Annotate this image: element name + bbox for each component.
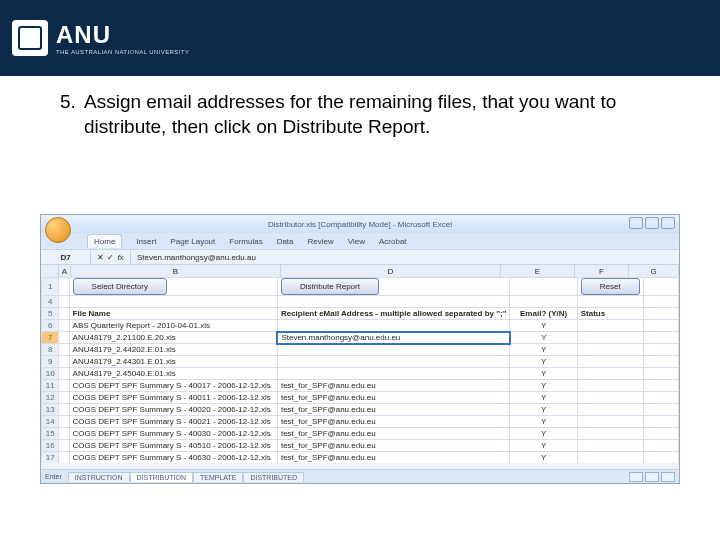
header-status: Status	[577, 308, 643, 320]
cell-status[interactable]	[577, 404, 643, 416]
cell-file-name[interactable]: ANU48179_2.44202.E.01.xls	[69, 344, 277, 356]
sheet-tab-instruction[interactable]: INSTRUCTION	[68, 472, 130, 482]
office-button-icon[interactable]	[45, 217, 71, 243]
cell-email-yn[interactable]: Y	[510, 356, 577, 368]
status-bar: Enter INSTRUCTIONDISTRIBUTIONTEMPLATEDIS…	[41, 469, 679, 483]
cell-file-name[interactable]: COGS DEPT SPF Summary S - 40017 - 2006-1…	[69, 380, 277, 392]
cell-recipient[interactable]: test_for_SPF@anu.edu.eu	[277, 380, 510, 392]
cell-file-name[interactable]: ANU48179_2.21100.E.20.xls	[69, 332, 277, 344]
ribbon-tabs[interactable]: Home Insert Page Layout Formulas Data Re…	[41, 233, 679, 249]
sheet-tab-distributed[interactable]: DISTRIBUTED	[243, 472, 304, 482]
enter-icon[interactable]: ✓	[107, 253, 114, 262]
tab-review[interactable]: Review	[308, 237, 334, 246]
cell-recipient[interactable]: test_for_SPF@anu.edu.eu	[277, 416, 510, 428]
cell-status[interactable]	[577, 332, 643, 344]
cell-file-name[interactable]: COGS DEPT SPF Summary S - 40011 - 2006-1…	[69, 392, 277, 404]
cancel-icon[interactable]: ✕	[97, 253, 104, 262]
cell-email-yn[interactable]: Y	[510, 368, 577, 380]
cell-recipient[interactable]	[277, 356, 510, 368]
col-a[interactable]: A	[59, 265, 71, 277]
view-controls[interactable]	[629, 472, 675, 482]
cell-status[interactable]	[577, 416, 643, 428]
sheet-tab-template[interactable]: TEMPLATE	[193, 472, 243, 482]
reset-button[interactable]: Reset	[581, 278, 640, 295]
col-d[interactable]: D	[281, 265, 501, 277]
cell-recipient[interactable]: Steven.manthongsy@anu.edu.eu	[277, 332, 510, 344]
cell-file-name[interactable]: COGS DEPT SPF Summary S - 40630 - 2006-1…	[69, 452, 277, 464]
formula-value[interactable]: Steven.manthongsy@anu.edu.au	[131, 250, 679, 264]
cell-recipient[interactable]	[277, 344, 510, 356]
window-titlebar: Distributor.xls [Compatibility Mode] - M…	[41, 215, 679, 233]
cell-file-name[interactable]: COGS DEPT SPF Summary S - 40020 - 2006-1…	[69, 404, 277, 416]
cell-email-yn[interactable]: Y	[510, 440, 577, 452]
cell-recipient[interactable]: test_for_SPF@anu.edu.eu	[277, 392, 510, 404]
tab-formulas[interactable]: Formulas	[229, 237, 262, 246]
cell-recipient[interactable]: test_for_SPF@anu.edu.eu	[277, 440, 510, 452]
cell-file-name[interactable]: COGS DEPT SPF Summary S - 40030 - 2006-1…	[69, 428, 277, 440]
close-icon[interactable]	[661, 217, 675, 229]
spreadsheet-grid[interactable]: 1Select DirectoryDistribute ReportReset4…	[41, 277, 679, 463]
cell-status[interactable]	[577, 440, 643, 452]
cell-select-dir[interactable]: Select Directory	[69, 278, 277, 296]
cell-file-name[interactable]: ABS Quarterly Report - 2010-04-01.xls	[69, 320, 277, 332]
cell-status[interactable]	[577, 452, 643, 464]
cell-email-yn[interactable]: Y	[510, 452, 577, 464]
formula-buttons[interactable]: ✕ ✓ fx	[91, 250, 131, 264]
col-g[interactable]: G	[629, 265, 679, 277]
cell-status[interactable]	[577, 380, 643, 392]
name-box[interactable]: D7	[41, 250, 91, 264]
cell-file-name[interactable]: ANU48179_2.44301.E.01.xls	[69, 356, 277, 368]
tab-data[interactable]: Data	[277, 237, 294, 246]
cell-file-name[interactable]: COGS DEPT SPF Summary S - 40021 - 2006-1…	[69, 416, 277, 428]
select-directory-button[interactable]: Select Directory	[73, 278, 167, 295]
col-e[interactable]: E	[501, 265, 575, 277]
distribute-report-button[interactable]: Distribute Report	[281, 278, 379, 295]
sheet-tab-distribution[interactable]: DISTRIBUTION	[130, 472, 193, 482]
cell-email-yn[interactable]: Y	[510, 416, 577, 428]
excel-window: Distributor.xls [Compatibility Mode] - M…	[40, 214, 680, 484]
cell-email-yn[interactable]: Y	[510, 380, 577, 392]
cell-recipient[interactable]	[277, 368, 510, 380]
tab-view[interactable]: View	[348, 237, 365, 246]
cell-email-yn[interactable]: Y	[510, 344, 577, 356]
fx-icon[interactable]: fx	[117, 253, 123, 262]
cell-email-yn[interactable]: Y	[510, 332, 577, 344]
anu-full: THE AUSTRALIAN NATIONAL UNIVERSITY	[56, 49, 189, 55]
cell-email-yn[interactable]: Y	[510, 320, 577, 332]
page-layout-view-icon[interactable]	[645, 472, 659, 482]
cell-recipient[interactable]: test_for_SPF@anu.edu.eu	[277, 428, 510, 440]
cell-status[interactable]	[577, 392, 643, 404]
tab-home[interactable]: Home	[87, 234, 122, 248]
cell-distribute[interactable]: Distribute Report	[277, 278, 510, 296]
sheet-tabs[interactable]: INSTRUCTIONDISTRIBUTIONTEMPLATEDISTRIBUT…	[68, 472, 304, 482]
cell-email-yn[interactable]: Y	[510, 392, 577, 404]
anu-logo: ANU THE AUSTRALIAN NATIONAL UNIVERSITY	[12, 20, 189, 56]
cell-status[interactable]	[577, 344, 643, 356]
cell-email-yn[interactable]: Y	[510, 404, 577, 416]
step-text: Assign email addresses for the remaining…	[84, 90, 680, 139]
header-recipient: Recipient eMail Address - multiple allow…	[277, 308, 510, 320]
column-headers: A B D E F G	[41, 265, 679, 277]
cell-file-name[interactable]: ANU48179_2.45040.E.01.xls	[69, 368, 277, 380]
cell-status[interactable]	[577, 368, 643, 380]
col-b[interactable]: B	[71, 265, 281, 277]
cell-status[interactable]	[577, 356, 643, 368]
normal-view-icon[interactable]	[629, 472, 643, 482]
cell-recipient[interactable]: test_for_SPF@anu.edu.eu	[277, 452, 510, 464]
page-break-view-icon[interactable]	[661, 472, 675, 482]
tab-acrobat[interactable]: Acrobat	[379, 237, 407, 246]
cell-status[interactable]	[577, 428, 643, 440]
col-f[interactable]: F	[575, 265, 629, 277]
cell-recipient[interactable]	[277, 320, 510, 332]
cell-status[interactable]	[577, 320, 643, 332]
tab-page-layout[interactable]: Page Layout	[170, 237, 215, 246]
maximize-icon[interactable]	[645, 217, 659, 229]
tab-insert[interactable]: Insert	[136, 237, 156, 246]
cell-email-yn[interactable]: Y	[510, 428, 577, 440]
step-number: 5.	[60, 90, 84, 139]
status-mode: Enter	[45, 473, 62, 480]
cell-recipient[interactable]: test_for_SPF@anu.edu.eu	[277, 404, 510, 416]
cell-file-name[interactable]: COGS DEPT SPF Summary S - 40510 - 2006-1…	[69, 440, 277, 452]
cell-reset[interactable]: Reset	[577, 278, 643, 296]
minimize-icon[interactable]	[629, 217, 643, 229]
